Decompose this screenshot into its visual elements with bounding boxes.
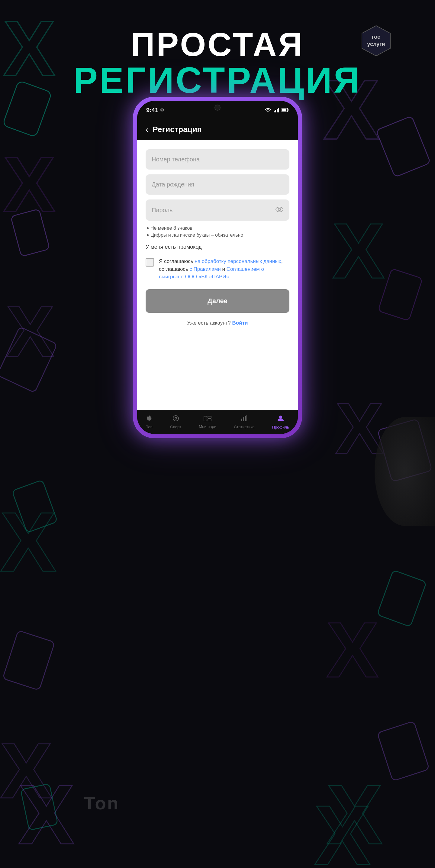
- agreement-checkbox[interactable]: [145, 258, 154, 267]
- nav-label-bets: Мои пари: [199, 424, 216, 429]
- gear-icon: ⚙: [160, 107, 164, 113]
- personal-data-link[interactable]: на обработку персональных данных: [195, 258, 281, 264]
- profile-icon: [277, 415, 284, 424]
- svg-rect-16: [282, 109, 287, 112]
- status-bar: 9:41 ⚙: [137, 101, 298, 119]
- phone-mockup: 9:41 ⚙: [133, 97, 302, 438]
- status-icons: [265, 107, 289, 113]
- svg-rect-22: [208, 416, 211, 418]
- nav-item-sport[interactable]: Спорт: [170, 415, 181, 429]
- phone-placeholder: Номер телефона: [152, 156, 200, 163]
- wifi-icon: [265, 107, 271, 113]
- hint-item: Цифры и латинские буквы – обязательно: [147, 232, 290, 238]
- hint-text-2: Цифры и латинские буквы – обязательно: [150, 232, 243, 238]
- nav-label-stats: Статистика: [234, 425, 254, 429]
- nav-item-profile[interactable]: Профиль: [272, 415, 289, 430]
- svg-point-17: [276, 207, 283, 212]
- hint-bullet: [147, 234, 148, 236]
- bets-icon: [204, 415, 211, 423]
- login-link[interactable]: Войти: [232, 320, 248, 326]
- gosuslugi-line2: услуги: [367, 41, 385, 47]
- svg-point-19: [173, 415, 178, 421]
- battery-icon: [281, 108, 289, 112]
- password-field[interactable]: Пароль: [145, 199, 290, 221]
- agreement-row: Я соглашаюсь на обработку персональных д…: [145, 257, 290, 281]
- hint-bullet: [147, 227, 148, 229]
- bottom-decoration: X X Ton: [0, 699, 435, 868]
- svg-point-20: [175, 417, 177, 419]
- svg-text:X: X: [332, 207, 385, 295]
- promo-link[interactable]: У меня есть промокод: [145, 244, 202, 250]
- hint-item: Не менее 8 знаков: [147, 225, 290, 231]
- svg-text:X: X: [326, 606, 379, 693]
- bottom-nav: Топ Спорт: [137, 410, 298, 434]
- front-camera: [214, 104, 221, 111]
- stats-icon: [241, 415, 247, 424]
- phone-field[interactable]: Номер телефона: [145, 149, 290, 169]
- svg-rect-11: [274, 111, 275, 113]
- svg-rect-13: [277, 109, 278, 113]
- svg-point-18: [278, 208, 281, 211]
- dob-placeholder: Дата рождения: [152, 181, 194, 188]
- gosuslugi-badge: гос услуги: [360, 24, 393, 57]
- signal-icon: [274, 107, 279, 113]
- form-area: Номер телефона Дата рождения Пароль: [137, 140, 298, 410]
- svg-rect-23: [208, 419, 211, 421]
- password-placeholder: Пароль: [152, 207, 172, 214]
- svg-text:X: X: [326, 767, 383, 862]
- agreement-text: Я соглашаюсь на обработку персональных д…: [159, 257, 290, 281]
- login-hint-text: Уже есть аккаунт?: [187, 320, 232, 326]
- svg-rect-26: [245, 416, 246, 421]
- page-title: Регистрация: [153, 125, 202, 134]
- password-hints: Не менее 8 знаков Цифры и латинские букв…: [145, 225, 290, 238]
- nav-item-stats[interactable]: Статистика: [234, 415, 254, 429]
- hint-text-1: Не менее 8 знаков: [150, 225, 193, 231]
- sport-icon: [172, 415, 179, 424]
- nav-item-bets[interactable]: Мои пари: [199, 415, 216, 429]
- hero-title-line2: РЕГИСТРАЦИЯ: [73, 61, 362, 99]
- svg-rect-14: [278, 108, 279, 113]
- gosuslugi-line1: гос: [372, 34, 380, 40]
- hero-title-line1: ПРОСТАЯ: [131, 28, 304, 61]
- password-toggle-icon[interactable]: [275, 206, 283, 214]
- submit-button[interactable]: Далее: [145, 289, 290, 313]
- login-hint: Уже есть аккаунт? Войти: [145, 320, 290, 326]
- nav-label-profile: Профиль: [272, 425, 289, 430]
- svg-text:X: X: [18, 767, 75, 862]
- svg-point-28: [279, 415, 282, 418]
- svg-rect-25: [243, 417, 244, 421]
- ton-text: Ton: [84, 793, 120, 814]
- app-header: ‹ Регистрация: [137, 119, 298, 140]
- svg-rect-21: [204, 416, 207, 421]
- fire-icon: [146, 415, 153, 424]
- time-display: 9:41: [146, 107, 158, 114]
- svg-rect-12: [275, 110, 276, 113]
- dob-field[interactable]: Дата рождения: [145, 175, 290, 195]
- svg-rect-24: [241, 418, 242, 421]
- status-time: 9:41 ⚙: [146, 107, 164, 114]
- rules-link[interactable]: с Правилами: [190, 266, 221, 272]
- svg-marker-10: [362, 26, 390, 56]
- svg-rect-27: [246, 415, 247, 421]
- nav-label-top: Топ: [146, 425, 153, 429]
- nav-item-top[interactable]: Топ: [146, 415, 153, 429]
- back-button[interactable]: ‹: [145, 125, 148, 134]
- nav-label-sport: Спорт: [170, 425, 181, 429]
